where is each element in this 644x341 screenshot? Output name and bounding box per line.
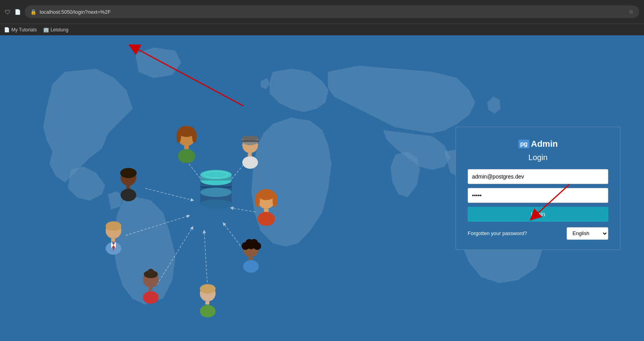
password-input[interactable] (468, 188, 608, 203)
bookmarks-bar: 📄 My Tutorials 🏢 Leistung (0, 24, 644, 35)
svg-point-53 (246, 240, 256, 249)
pgadmin-logo: pg Admin (468, 139, 608, 149)
svg-point-42 (106, 221, 121, 231)
svg-point-38 (273, 193, 277, 207)
login-panel: pg Admin Login Login Forgotten your pass… (456, 127, 620, 250)
avatar-bottom-center (192, 283, 223, 320)
avatar-bottom-left-red (135, 269, 166, 306)
forgot-password-link[interactable]: Forgotten your password? (468, 230, 527, 236)
svg-rect-33 (126, 186, 130, 189)
login-footer: Forgotten your password? English Deutsch… (468, 227, 608, 240)
pg-badge: pg (518, 140, 530, 148)
language-select[interactable]: English Deutsch Français Español (567, 227, 608, 240)
svg-point-30 (242, 156, 258, 169)
address-bar[interactable]: 🔒 localhost:5050/login?next=%2F ☆ (25, 5, 639, 18)
login-button[interactable]: Login (468, 207, 608, 222)
svg-rect-29 (248, 153, 252, 156)
avatar-lower-left (98, 220, 129, 257)
browser-chrome: 🛡 📄 🔒 localhost:5050/login?next=%2F ☆ (0, 0, 644, 24)
avatar-bottom-curly (236, 237, 266, 275)
avatar-right-orange (251, 188, 282, 227)
svg-point-14 (200, 188, 232, 197)
avatar-left-dark (114, 167, 143, 204)
svg-point-27 (242, 136, 259, 140)
url-text: localhost:5050/login?next=%2F (40, 9, 111, 15)
svg-point-55 (243, 260, 259, 273)
svg-rect-39 (264, 209, 269, 212)
login-title: Login (468, 153, 608, 162)
svg-point-58 (148, 269, 154, 275)
bookmark-my-tutorials[interactable]: 📄 My Tutorials (4, 27, 37, 33)
bookmark-label: Leistung (51, 27, 68, 33)
bookmark-icon: 🏢 (43, 27, 49, 33)
svg-point-13 (200, 199, 232, 209)
email-input[interactable] (468, 169, 608, 184)
svg-point-60 (143, 291, 159, 304)
svg-point-24 (178, 149, 195, 163)
svg-point-22 (192, 130, 197, 143)
shield-icon: 🛡 (5, 9, 11, 15)
admin-text: Admin (531, 139, 558, 149)
bookmark-star-icon[interactable]: ☆ (629, 9, 634, 15)
svg-point-32 (120, 168, 137, 178)
svg-rect-23 (184, 145, 189, 149)
avatar-top-female (171, 126, 202, 164)
svg-rect-59 (148, 288, 152, 291)
svg-rect-43 (111, 239, 115, 242)
svg-rect-63 (205, 301, 209, 305)
bookmark-icon: 📄 (4, 27, 10, 33)
svg-point-37 (255, 193, 260, 207)
bookmark-label: My Tutorials (11, 27, 37, 33)
svg-point-36 (258, 189, 275, 200)
main-page: pg Admin Login Login Forgotten your pass… (0, 35, 644, 341)
svg-point-62 (200, 284, 216, 294)
svg-rect-28 (242, 140, 259, 142)
svg-point-64 (200, 305, 216, 317)
svg-rect-54 (249, 257, 252, 260)
avatar-top-right (236, 133, 265, 170)
database-icon (196, 165, 236, 213)
page-icon: 📄 (15, 9, 21, 15)
svg-point-40 (258, 212, 275, 226)
svg-point-34 (121, 189, 136, 201)
security-icon: 🔒 (30, 9, 37, 15)
bookmark-leistung[interactable]: 🏢 Leistung (43, 27, 68, 33)
svg-point-21 (176, 130, 181, 143)
